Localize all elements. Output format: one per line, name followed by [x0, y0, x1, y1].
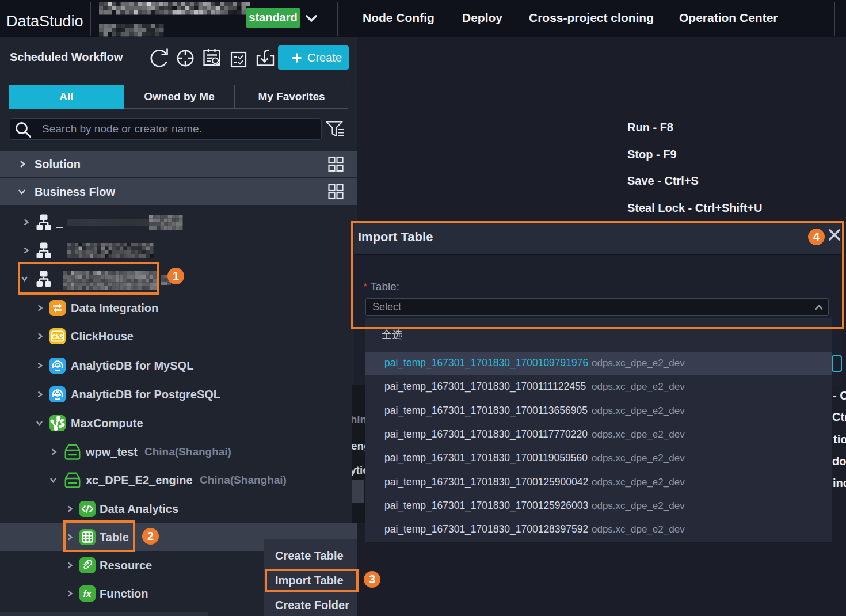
svg-text:CkS: CkS	[52, 333, 63, 340]
svg-text:fx: fx	[83, 588, 92, 598]
